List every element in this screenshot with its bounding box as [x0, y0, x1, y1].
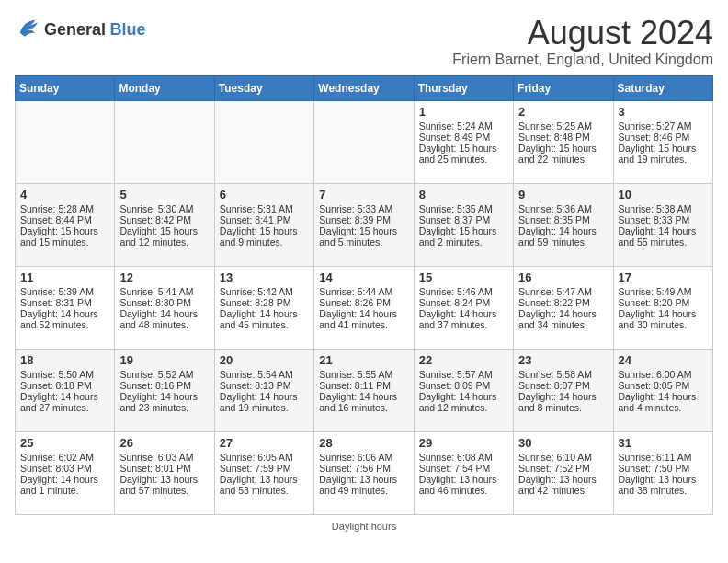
cell-content: Daylight: 15 hours and 5 minutes. [319, 225, 408, 247]
cell-content: Sunrise: 5:30 AM [119, 203, 209, 214]
cell-content: Sunrise: 6:02 AM [20, 452, 109, 463]
cell-content: Sunset: 8:20 PM [619, 297, 708, 308]
cell-content: Sunset: 8:05 PM [619, 380, 708, 391]
cell-content: Daylight: 13 hours and 57 minutes. [119, 474, 209, 496]
day-number: 8 [419, 188, 508, 201]
cell-content: Sunset: 8:24 PM [419, 297, 508, 308]
calendar-week-3: 11Sunrise: 5:39 AMSunset: 8:31 PMDayligh… [16, 266, 713, 349]
cell-content: Sunset: 8:26 PM [319, 297, 408, 308]
cell-content: Sunrise: 5:31 AM [220, 203, 309, 214]
day-number: 6 [220, 188, 309, 201]
cell-content: Sunrise: 5:55 AM [319, 369, 408, 380]
day-number: 10 [619, 188, 708, 201]
cell-content: Sunrise: 6:11 AM [619, 452, 708, 463]
day-number: 27 [220, 436, 309, 450]
cell-content: Sunrise: 5:39 AM [20, 286, 109, 297]
cell-content: Sunset: 8:30 PM [119, 297, 209, 308]
logo: General Blue [15, 15, 146, 44]
calendar-cell: 3Sunrise: 5:27 AMSunset: 8:46 PMDaylight… [613, 100, 712, 183]
cell-content: Sunrise: 5:27 AM [619, 121, 708, 132]
header-friday: Friday [514, 75, 613, 100]
cell-content: Sunset: 7:50 PM [619, 463, 708, 474]
day-number: 7 [319, 188, 408, 201]
calendar-cell: 24Sunrise: 6:00 AMSunset: 8:05 PMDayligh… [613, 349, 712, 431]
calendar-cell: 6Sunrise: 5:31 AMSunset: 8:41 PMDaylight… [214, 183, 313, 266]
cell-content: Sunset: 8:03 PM [20, 463, 109, 474]
day-number: 26 [119, 436, 209, 450]
calendar-cell: 26Sunrise: 6:03 AMSunset: 8:01 PMDayligh… [115, 431, 214, 514]
calendar-cell [314, 100, 414, 183]
day-number: 1 [419, 105, 508, 119]
cell-content: Sunset: 8:22 PM [518, 297, 608, 308]
cell-content: Sunrise: 5:52 AM [119, 369, 209, 380]
day-number: 20 [220, 353, 309, 367]
cell-content: Sunrise: 5:54 AM [220, 369, 309, 380]
calendar-cell: 20Sunrise: 5:54 AMSunset: 8:13 PMDayligh… [214, 349, 313, 431]
cell-content: Sunrise: 5:41 AM [119, 286, 209, 297]
cell-content: Sunset: 8:01 PM [119, 463, 209, 474]
day-number: 23 [518, 353, 608, 367]
header-wednesday: Wednesday [314, 75, 414, 100]
cell-content: Sunrise: 5:46 AM [419, 286, 508, 297]
page-header: General Blue August 2024 Friern Barnet, … [15, 15, 713, 68]
cell-content: Sunrise: 5:33 AM [319, 203, 408, 214]
cell-content: Sunrise: 5:36 AM [518, 203, 608, 214]
cell-content: Sunrise: 5:44 AM [319, 286, 408, 297]
cell-content: Sunrise: 5:47 AM [518, 286, 608, 297]
cell-content: Sunrise: 6:10 AM [518, 452, 608, 463]
cell-content: Sunrise: 5:38 AM [619, 203, 708, 214]
cell-content: Sunset: 7:56 PM [319, 463, 408, 474]
cell-content: Sunrise: 5:24 AM [419, 121, 508, 132]
calendar-cell: 10Sunrise: 5:38 AMSunset: 8:33 PMDayligh… [613, 183, 712, 266]
calendar-cell [16, 100, 115, 183]
day-number: 22 [419, 353, 508, 367]
cell-content: Daylight: 15 hours and 9 minutes. [220, 225, 309, 247]
day-number: 24 [619, 353, 708, 367]
cell-content: Sunset: 8:39 PM [319, 214, 408, 225]
cell-content: Daylight: 13 hours and 46 minutes. [419, 474, 508, 496]
cell-content: Daylight: 15 hours and 19 minutes. [619, 143, 708, 165]
day-number: 15 [419, 270, 508, 284]
cell-content: Daylight: 14 hours and 16 minutes. [319, 391, 408, 413]
calendar-cell: 22Sunrise: 5:57 AMSunset: 8:09 PMDayligh… [414, 349, 513, 431]
calendar-week-5: 25Sunrise: 6:02 AMSunset: 8:03 PMDayligh… [16, 431, 713, 514]
day-number: 4 [20, 188, 109, 201]
cell-content: Daylight: 14 hours and 34 minutes. [518, 308, 608, 330]
cell-content: Sunrise: 5:49 AM [619, 286, 708, 297]
cell-content: Sunrise: 5:57 AM [419, 369, 508, 380]
cell-content: Sunset: 8:33 PM [619, 214, 708, 225]
calendar-week-2: 4Sunrise: 5:28 AMSunset: 8:44 PMDaylight… [16, 183, 713, 266]
day-number: 29 [419, 436, 508, 450]
cell-content: Sunset: 8:44 PM [20, 214, 109, 225]
calendar-cell: 31Sunrise: 6:11 AMSunset: 7:50 PMDayligh… [613, 431, 712, 514]
cell-content: Daylight: 13 hours and 53 minutes. [220, 474, 309, 496]
cell-content: Daylight: 14 hours and 4 minutes. [619, 391, 708, 413]
calendar-cell: 4Sunrise: 5:28 AMSunset: 8:44 PMDaylight… [16, 183, 115, 266]
header-thursday: Thursday [414, 75, 513, 100]
cell-content: Sunset: 8:42 PM [119, 214, 209, 225]
header-tuesday: Tuesday [214, 75, 313, 100]
cell-content: Sunset: 8:11 PM [319, 380, 408, 391]
cell-content: Sunrise: 5:35 AM [419, 203, 508, 214]
cell-content: Sunset: 8:13 PM [220, 380, 309, 391]
cell-content: Daylight: 14 hours and 8 minutes. [518, 391, 608, 413]
day-number: 11 [20, 270, 109, 284]
calendar-cell: 17Sunrise: 5:49 AMSunset: 8:20 PMDayligh… [613, 266, 712, 349]
calendar-cell: 15Sunrise: 5:46 AMSunset: 8:24 PMDayligh… [414, 266, 513, 349]
cell-content: Sunset: 8:09 PM [419, 380, 508, 391]
day-number: 31 [619, 436, 708, 450]
day-number: 14 [319, 270, 408, 284]
cell-content: Sunset: 8:35 PM [518, 214, 608, 225]
day-number: 5 [119, 188, 209, 201]
cell-content: Sunrise: 5:50 AM [20, 369, 109, 380]
cell-content: Daylight: 15 hours and 22 minutes. [518, 143, 608, 165]
calendar-cell: 2Sunrise: 5:25 AMSunset: 8:48 PMDaylight… [514, 100, 613, 183]
calendar-cell: 29Sunrise: 6:08 AMSunset: 7:54 PMDayligh… [414, 431, 513, 514]
cell-content: Daylight: 14 hours and 45 minutes. [220, 308, 309, 330]
cell-content: Sunset: 7:52 PM [518, 463, 608, 474]
calendar-cell: 13Sunrise: 5:42 AMSunset: 8:28 PMDayligh… [214, 266, 313, 349]
calendar-cell: 8Sunrise: 5:35 AMSunset: 8:37 PMDaylight… [414, 183, 513, 266]
day-number: 12 [119, 270, 209, 284]
cell-content: Daylight: 14 hours and 30 minutes. [619, 308, 708, 330]
cell-content: Sunset: 8:16 PM [119, 380, 209, 391]
